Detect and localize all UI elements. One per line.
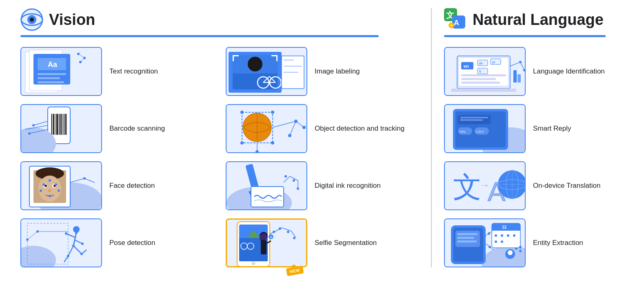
- svg-rect-40: [51, 114, 52, 135]
- nl-feature-entity[interactable]: 12: [444, 218, 624, 267]
- svg-text:OKL: OKL: [460, 130, 466, 133]
- svg-rect-30: [233, 55, 234, 61]
- svg-text:12: 12: [502, 225, 507, 229]
- svg-point-85: [49, 195, 51, 197]
- svg-point-53: [28, 132, 31, 135]
- vision-items-grid: Aa Text recognition: [20, 47, 419, 267]
- svg-rect-177: [460, 117, 488, 118]
- svg-text:✦: ✦: [450, 23, 453, 28]
- object-detection-label: Object detection and tracking: [315, 124, 404, 133]
- svg-rect-10: [38, 73, 66, 75]
- entity-extraction-thumb: 12: [444, 218, 526, 267]
- language-id-thumb: en de ja fr: [444, 47, 526, 96]
- vision-feature-text-recognition[interactable]: Aa Text recognition: [20, 47, 213, 96]
- svg-point-79: [44, 185, 47, 187]
- svg-point-216: [489, 246, 491, 248]
- svg-text:ja: ja: [492, 60, 495, 64]
- svg-rect-47: [64, 114, 64, 135]
- face-detection-thumb: [20, 161, 102, 210]
- svg-text:文: 文: [453, 171, 482, 203]
- svg-point-2: [30, 18, 34, 22]
- svg-rect-131: [261, 240, 266, 254]
- digital-ink-label: Digital ink recognition: [315, 181, 381, 191]
- nl-feature-language-id[interactable]: en de ja fr: [444, 47, 624, 96]
- svg-rect-163: [461, 78, 496, 80]
- svg-rect-43: [56, 114, 58, 135]
- svg-point-83: [55, 183, 57, 186]
- smart-reply-label: Smart Reply: [533, 124, 571, 133]
- text-recognition-label: Text recognition: [109, 67, 158, 76]
- svg-point-115: [80, 253, 83, 255]
- svg-point-117: [81, 242, 84, 245]
- vision-feature-object-detection[interactable]: Object detection and tracking: [226, 104, 419, 153]
- vision-title: Vision: [49, 11, 95, 29]
- svg-point-51: [32, 124, 35, 127]
- svg-text:LOL!!: LOL!!: [476, 130, 484, 133]
- svg-rect-32: [276, 55, 278, 61]
- nl-icon: 文 A ✦: [444, 8, 467, 31]
- image-labeling-thumb: [226, 47, 307, 96]
- smart-reply-thumb: ≡ OKL LOL!!: [444, 104, 526, 153]
- svg-point-84: [49, 179, 51, 182]
- svg-rect-198: [457, 237, 474, 239]
- svg-point-60: [271, 111, 274, 114]
- svg-rect-46: [62, 114, 63, 135]
- selfie-wrapper: ⚙ NEW: [226, 218, 307, 267]
- digital-ink-thumb: [226, 161, 307, 210]
- svg-rect-45: [60, 114, 62, 135]
- image-labeling-label: Image labeling: [315, 67, 360, 76]
- vision-header: Vision: [20, 8, 419, 31]
- barcode-thumb: [20, 104, 102, 153]
- svg-text:de: de: [479, 61, 483, 65]
- svg-rect-170: [517, 74, 521, 82]
- vision-icon: [20, 8, 43, 31]
- svg-point-22: [248, 57, 262, 71]
- svg-rect-12: [38, 81, 64, 83]
- svg-point-211: [508, 250, 513, 255]
- svg-point-98: [293, 179, 295, 182]
- vision-section: Vision Aa: [12, 8, 427, 267]
- page: Vision Aa: [0, 0, 644, 276]
- selfie-thumb: ⚙: [226, 218, 307, 267]
- svg-rect-164: [461, 82, 500, 84]
- svg-point-208: [495, 240, 497, 243]
- svg-point-214: [488, 232, 490, 235]
- vision-bar: [20, 35, 379, 37]
- svg-text:A: A: [454, 19, 459, 27]
- vision-feature-pose[interactable]: Pose detection: [20, 218, 213, 267]
- svg-point-209: [501, 240, 503, 243]
- svg-point-133: [252, 262, 255, 265]
- vision-feature-selfie[interactable]: ⚙ NEW: [226, 218, 419, 267]
- svg-point-112: [75, 231, 78, 234]
- vision-feature-barcode[interactable]: Barcode scanning: [20, 104, 213, 153]
- entity-extraction-label: Entity Extraction: [533, 238, 583, 248]
- vision-feature-image-labeling[interactable]: Image labeling: [226, 47, 419, 96]
- nl-title: Natural Language: [473, 11, 604, 29]
- translation-label: On-device Translation: [533, 181, 600, 191]
- svg-point-168: [523, 69, 526, 71]
- face-detection-label: Face detection: [109, 181, 155, 191]
- svg-rect-11: [38, 77, 60, 79]
- svg-point-66: [302, 126, 306, 129]
- svg-rect-197: [457, 233, 477, 235]
- svg-point-81: [48, 189, 51, 192]
- barcode-label: Barcode scanning: [109, 124, 165, 133]
- nl-section: 文 A ✦ Natural Language: [436, 8, 632, 267]
- language-id-label: Language Identification: [533, 67, 605, 76]
- vision-feature-digital-ink[interactable]: Digital ink recognition: [226, 161, 419, 210]
- section-divider: [431, 8, 432, 267]
- svg-rect-48: [65, 114, 67, 135]
- vision-feature-face[interactable]: Face detection: [20, 161, 213, 210]
- svg-point-206: [507, 234, 509, 237]
- pose-detection-label: Pose detection: [109, 238, 155, 248]
- nl-header: 文 A ✦ Natural Language: [444, 8, 624, 31]
- svg-text:Aa: Aa: [48, 60, 58, 69]
- svg-point-86: [40, 189, 42, 192]
- svg-point-140: [287, 231, 289, 233]
- svg-rect-41: [53, 114, 54, 135]
- svg-rect-178: [460, 119, 483, 121]
- nl-feature-smart-reply[interactable]: ≡ OKL LOL!! Smart Reply: [444, 104, 624, 153]
- nl-feature-translation[interactable]: 文 → A On-device Translation: [444, 161, 624, 210]
- object-detection-thumb: [226, 104, 307, 153]
- svg-rect-42: [55, 114, 56, 135]
